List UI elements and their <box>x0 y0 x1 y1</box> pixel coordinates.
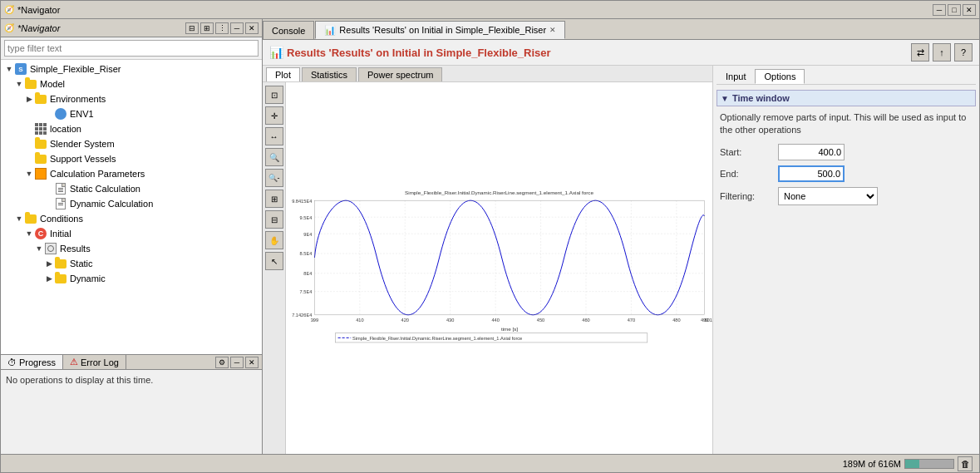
start-row: Start: <box>717 144 976 160</box>
options-options-tab[interactable]: Options <box>755 69 805 84</box>
plot-tab-statistics[interactable]: Statistics <box>302 67 357 81</box>
filter-input[interactable] <box>4 40 259 57</box>
results-icon <box>44 242 57 255</box>
content-header: 📊 Results 'Results' on Initial in Simple… <box>263 40 979 66</box>
bottom-minimize-btn[interactable]: ─ <box>230 357 244 368</box>
svg-text:time [s]: time [s] <box>501 326 518 332</box>
tree-toggle-environments[interactable]: ▶ <box>24 94 34 104</box>
tree-item-static[interactable]: ▶ Static <box>1 256 262 271</box>
nav-close-btn[interactable]: ✕ <box>245 22 259 34</box>
sync-btn[interactable]: ⇄ <box>911 43 929 62</box>
bottom-settings-btn[interactable]: ⚙ <box>215 357 229 368</box>
tree-item-env1[interactable]: ENV1 <box>1 106 262 121</box>
plot-tab-plot[interactable]: Plot <box>266 67 300 81</box>
end-input[interactable] <box>778 165 845 182</box>
zoom-in-btn[interactable]: 🔍 <box>265 148 283 166</box>
filtering-select[interactable]: None Low pass High pass Band pass <box>778 187 878 205</box>
tree-label-dynamic-calc: Dynamic Calculation <box>70 199 153 209</box>
time-window-section[interactable]: ▼ Time window <box>717 90 976 106</box>
tree-item-model[interactable]: ▼ Model <box>1 76 262 91</box>
nav-expand-btn[interactable]: ⊞ <box>200 22 214 34</box>
start-input[interactable] <box>778 144 845 160</box>
tree-spacer-static-calc <box>44 184 54 194</box>
maximize-button[interactable]: □ <box>948 4 961 16</box>
tree-toggle-calc-params[interactable]: ▼ <box>24 169 34 179</box>
tree-label-slender: Slender System <box>50 139 115 149</box>
filter-bar <box>1 37 262 60</box>
svg-text:9.5E4: 9.5E4 <box>300 215 313 220</box>
tree-toggle-initial[interactable]: ▼ <box>24 229 34 239</box>
clear-memory-btn[interactable]: 🗑 <box>958 456 973 471</box>
cursor-btn[interactable]: ↖ <box>265 252 283 270</box>
progress-tab-label: Progress <box>19 357 56 367</box>
plot-tab-power[interactable]: Power spectrum <box>358 67 442 81</box>
dynamic-calc-icon <box>54 197 67 210</box>
section-arrow-icon: ▼ <box>721 94 729 103</box>
crosshair-btn[interactable]: ✛ <box>265 106 283 125</box>
tree-label-location: location <box>50 124 81 134</box>
error-log-tab[interactable]: ⚠ Error Log <box>63 355 126 369</box>
tree-label-model: Model <box>40 79 65 89</box>
right-panel: Console 📊 Results 'Results' on Initial i… <box>263 19 979 454</box>
fit-btn[interactable]: ⊡ <box>265 86 283 104</box>
tree-item-static-calc[interactable]: Static Calculation <box>1 181 262 196</box>
plot-tab-plot-label: Plot <box>275 70 291 80</box>
up-btn[interactable]: ↑ <box>933 43 951 62</box>
tree-item-dynamic[interactable]: ▶ Dynamic <box>1 271 262 286</box>
tree-toggle-root[interactable]: ▼ <box>4 64 14 74</box>
progress-icon: ⏱ <box>7 357 17 367</box>
close-button[interactable]: ✕ <box>963 4 976 16</box>
tree-toggle-static[interactable]: ▶ <box>44 259 54 269</box>
slender-folder-icon <box>34 137 47 150</box>
tree-label-environments: Environments <box>50 94 106 104</box>
tree-toggle-results[interactable]: ▼ <box>34 244 44 254</box>
memory-bar: 189M of 616M 🗑 <box>843 456 973 471</box>
tree-item-support[interactable]: Support Vessels <box>1 151 262 166</box>
nav-minimize-btn[interactable]: ─ <box>230 22 244 34</box>
tree-label-support: Support Vessels <box>50 154 116 164</box>
help-btn[interactable]: ? <box>954 43 973 62</box>
tree-item-location[interactable]: location <box>1 121 262 136</box>
nav-layout-btn[interactable]: ⊟ <box>185 22 199 34</box>
minimize-button[interactable]: ─ <box>933 4 946 16</box>
tree-item-environments[interactable]: ▶ Environments <box>1 91 262 106</box>
zoom-x-btn[interactable]: ↔ <box>265 127 283 145</box>
svg-text:8.5E4: 8.5E4 <box>300 251 313 256</box>
svg-text:470: 470 <box>628 318 635 323</box>
tree-label-initial: Initial <box>50 229 71 239</box>
start-label: Start: <box>720 147 778 157</box>
nav-menu-btn[interactable]: ⋮ <box>215 22 229 34</box>
tree-item-slender[interactable]: Slender System <box>1 136 262 151</box>
tree-item-initial[interactable]: ▼ C Initial <box>1 226 262 241</box>
tree-item-root[interactable]: ▼ S Simple_Flexible_Riser <box>1 62 262 76</box>
console-tab[interactable]: Console <box>263 21 314 39</box>
tree-item-calc-params[interactable]: ▼ Calculation Parameters <box>1 166 262 181</box>
tabs-bar: Console 📊 Results 'Results' on Initial i… <box>263 19 979 40</box>
tree-item-dynamic-calc[interactable]: Dynamic Calculation <box>1 196 262 211</box>
plot-tab-power-label: Power spectrum <box>367 70 433 80</box>
tree-toggle-model[interactable]: ▼ <box>14 79 24 89</box>
tree-label-static-calc: Static Calculation <box>70 184 140 194</box>
tree-spacer-location <box>24 124 34 134</box>
progress-tab[interactable]: ⏱ Progress <box>1 355 63 369</box>
input-tab[interactable]: Input <box>717 69 755 84</box>
tree-item-results[interactable]: ▼ Results <box>1 241 262 256</box>
app-title: *Navigator <box>17 5 60 15</box>
svg-text:420: 420 <box>401 318 409 323</box>
root-icon: S <box>14 62 27 76</box>
error-icon: ⚠ <box>70 357 78 367</box>
tree-toggle-conditions[interactable]: ▼ <box>14 214 24 224</box>
zoom-out-btn[interactable]: 🔍- <box>265 169 283 187</box>
zoom-region2-btn[interactable]: ⊟ <box>265 210 283 229</box>
tree-spacer-env1 <box>44 109 54 119</box>
pan-btn[interactable]: ✋ <box>265 231 283 249</box>
svg-text:460: 460 <box>582 318 589 323</box>
tree-toggle-dynamic[interactable]: ▶ <box>44 273 54 283</box>
zoom-region-btn[interactable]: ⊞ <box>265 190 283 208</box>
tree-item-conditions[interactable]: ▼ Conditions <box>1 211 262 226</box>
results-tab-close[interactable]: ✕ <box>549 26 556 34</box>
calc-params-icon <box>34 167 47 180</box>
results-tab[interactable]: 📊 Results 'Results' on Initial in Simple… <box>315 21 565 39</box>
chart-header-icon: 📊 <box>269 46 283 59</box>
bottom-close-btn[interactable]: ✕ <box>245 357 259 368</box>
